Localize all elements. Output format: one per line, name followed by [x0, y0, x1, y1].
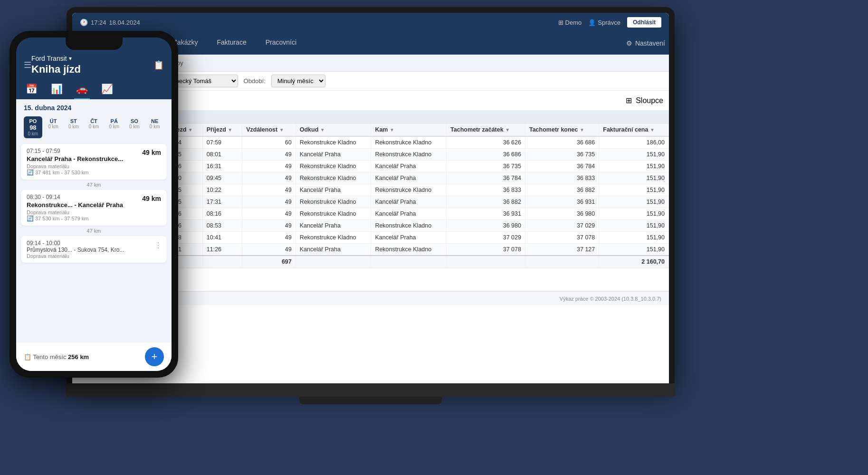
day-selector: PO 98 0 km ÚT 0 km ST 0 km ČT 0 k — [16, 114, 172, 141]
phone-page-title: Kniha jízd — [31, 63, 153, 76]
nav-tab-pracovnici[interactable]: Pracovníci — [256, 32, 306, 54]
phone-device: ☰ Ford Transit ▾ Kniha jízd 📋 📅 📊 🚗 📈 15… — [10, 31, 178, 378]
col-kam[interactable]: Kam ▼ — [371, 124, 447, 136]
col-tach-konec[interactable]: Tachometr konec ▼ — [525, 124, 599, 136]
trip-2-purpose: Doprava materiálu — [27, 209, 161, 215]
trip-2-km: 49 km — [142, 195, 161, 202]
phone-content: 15. dubna 2024 PO 98 0 km ÚT 0 km ST 0 k… — [16, 99, 172, 371]
add-trip-button[interactable]: + — [145, 347, 164, 366]
footer-copy-icon: 📋 — [24, 353, 31, 361]
columns-label: Sloupce — [636, 96, 663, 105]
period-select[interactable]: Minulý měsíc — [271, 75, 325, 87]
list-icon[interactable]: 📋 — [153, 60, 164, 70]
trip-divider-1: 47 km — [21, 180, 167, 189]
nav-settings[interactable]: ⚙ Nastavení — [626, 39, 665, 47]
phone-footer: 📋 Tento měsíc 256 km + — [16, 342, 172, 371]
trip-divider-2: 47 km — [21, 227, 167, 235]
col-tach-zacatek[interactable]: Tachometr začátek ▼ — [447, 124, 525, 136]
chevron-down-icon: ▾ — [69, 55, 72, 62]
day-mo-label: PO — [29, 118, 37, 124]
trip-2-time: 08:30 - 09:14 — [27, 194, 161, 200]
logout-button[interactable]: Odhlásit — [627, 17, 661, 28]
columns-icon: ⊞ — [626, 96, 632, 105]
day-fr-label: PÁ — [111, 118, 118, 124]
gear-icon: ⚙ — [626, 39, 632, 47]
phone-date-bar: 15. dubna 2024 — [16, 99, 172, 114]
col-fakt-cena[interactable]: Fakturační cena ▼ — [599, 124, 669, 136]
day-fr-km: 0 km — [109, 124, 119, 129]
phone-tab-calendar[interactable]: 📅 — [24, 79, 39, 99]
phone-screen: ☰ Ford Transit ▾ Kniha jízd 📋 📅 📊 🚗 📈 15… — [16, 38, 172, 371]
day-monday[interactable]: PO 98 0 km — [24, 116, 42, 138]
vehicle-label: Ford Transit — [31, 55, 67, 62]
phone-tab-table[interactable]: 📊 — [49, 79, 65, 99]
day-su-label: NE — [151, 118, 158, 124]
trip-1-time: 07:15 - 07:59 — [27, 148, 161, 154]
day-tu-km: 0 km — [48, 124, 58, 129]
day-tuesday[interactable]: ÚT 0 km — [44, 116, 63, 138]
day-friday[interactable]: PÁ 0 km — [105, 116, 124, 138]
day-sa-km: 0 km — [129, 124, 140, 129]
trip-1-purpose: Doprava materiálu — [27, 163, 161, 169]
phone-tab-car[interactable]: 🚗 — [74, 79, 90, 99]
day-we-km: 0 km — [68, 124, 79, 129]
phone-footer-km: 📋 Tento měsíc 256 km — [24, 353, 89, 361]
trip-3-route: Průmyslová 130... - Sukova 754, Kro... — [27, 247, 161, 253]
date-display: 18.04.2024 — [109, 19, 140, 26]
col-odkud[interactable]: Odkud ▼ — [296, 124, 371, 136]
phone-header: ☰ Ford Transit ▾ Kniha jízd 📋 — [16, 50, 172, 79]
day-th-km: 0 km — [89, 124, 99, 129]
trip-list: 07:15 - 07:59 Kancelář Praha - Rekonstru… — [16, 141, 172, 342]
col-vzdalenost[interactable]: Vzdálenost ▼ — [242, 124, 296, 136]
trip-1-km: 49 km — [142, 149, 161, 156]
clock-icon: 🕐 — [80, 19, 88, 26]
trip-1-odometer: 🔄 37 481 km - 37 530 km — [27, 169, 161, 176]
footer-copyright: Výkaz práce © 2003-2024 (10.3.8_10.3.0.7… — [560, 296, 661, 302]
demo-icon: ⊞ — [558, 19, 563, 26]
trip-item-3[interactable]: 09:14 - 10:00 Průmyslová 130... - Sukova… — [21, 236, 167, 263]
user-label: 👤 Správce — [588, 19, 620, 26]
col-prijezd[interactable]: Příjezd ▼ — [202, 124, 242, 136]
day-sa-label: SO — [131, 118, 138, 124]
day-tu-label: ÚT — [50, 118, 57, 124]
phone-title-area: Ford Transit ▾ Kniha jízd — [31, 55, 153, 76]
day-th-label: ČT — [90, 118, 97, 124]
trip-3-purpose: Doprava materiálu — [27, 253, 161, 259]
time-display: 17:24 — [91, 19, 106, 26]
day-mo-num: 98 — [29, 124, 36, 131]
trip-2-route: Rekonstrukce... - Kancelář Praha — [27, 201, 161, 209]
phone-notch — [66, 38, 123, 50]
demo-label: ⊞ Demo — [558, 19, 582, 26]
hamburger-icon[interactable]: ☰ — [24, 60, 31, 70]
laptop-stand — [299, 397, 442, 404]
trip-3-time: 09:14 - 10:00 — [27, 240, 161, 247]
day-su-km: 0 km — [150, 124, 160, 129]
phone-tabs: 📅 📊 🚗 📈 — [16, 79, 172, 99]
day-we-label: ST — [70, 118, 77, 124]
trip-2-odometer: 🔄 37 530 km - 37 579 km — [27, 215, 161, 222]
trip-item-1[interactable]: 07:15 - 07:59 Kancelář Praha - Rekonstru… — [21, 144, 167, 180]
day-sunday[interactable]: NE 0 km — [145, 116, 164, 138]
trip-1-route: Kancelář Praha - Rekonstrukce... — [27, 155, 161, 162]
day-saturday[interactable]: SO 0 km — [125, 116, 144, 138]
nav-tab-fakturace[interactable]: Fakturace — [207, 32, 256, 54]
top-bar: 🕐 17:24 18.04.2024 ⊞ Demo 👤 Správce Odhl… — [72, 13, 669, 32]
day-mo-km: 0 km — [28, 131, 38, 136]
day-thursday[interactable]: ČT 0 km — [85, 116, 103, 138]
toolbar-right: ⊞ Sloupce — [626, 96, 663, 105]
phone-vehicle-name: Ford Transit ▾ — [31, 55, 153, 62]
day-wednesday[interactable]: ST 0 km — [64, 116, 83, 138]
phone-tab-stats[interactable]: 📈 — [99, 79, 115, 99]
period-label: Období: — [244, 77, 266, 85]
user-icon: 👤 — [588, 19, 596, 26]
laptop-base — [66, 383, 676, 397]
top-bar-left: 🕐 17:24 18.04.2024 — [80, 19, 140, 26]
top-bar-right: ⊞ Demo 👤 Správce Odhlásit — [558, 17, 661, 28]
trip-3-menu-icon[interactable]: ⋮ — [154, 241, 162, 250]
trip-item-2[interactable]: 08:30 - 09:14 Rekonstrukce... - Kancelář… — [21, 190, 167, 226]
